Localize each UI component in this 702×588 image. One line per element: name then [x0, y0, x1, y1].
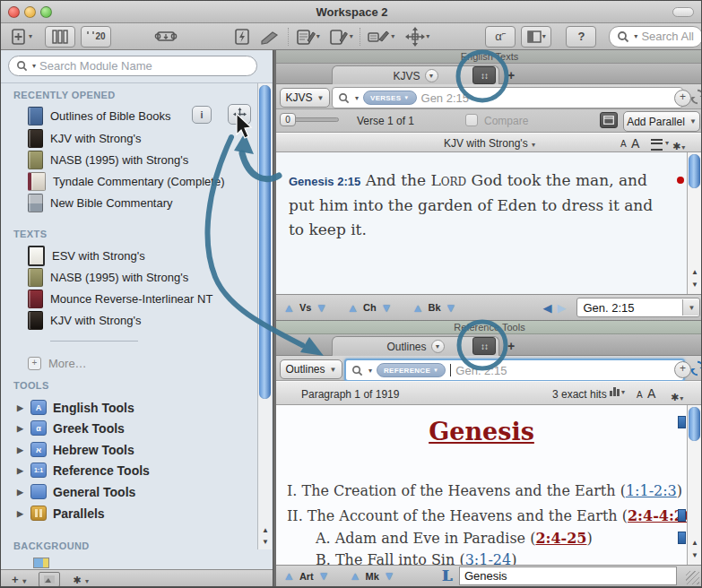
- detach-pane-button[interactable]: [600, 112, 618, 128]
- sidebar-item-greek-tools[interactable]: ▶ α Greek Tools: [1, 418, 256, 438]
- scroll-button[interactable]: [154, 27, 178, 47]
- sidebar-item-general-tools[interactable]: ▶ General Tools: [1, 481, 256, 502]
- add-search-button[interactable]: +: [674, 90, 691, 107]
- new-document-button[interactable]: ▾: [10, 27, 32, 47]
- history-forward-button[interactable]: ▶: [557, 301, 566, 315]
- amplify-button[interactable]: [228, 104, 251, 125]
- verse-text[interactable]: Genesis 2:15 And the Lord God took the m…: [289, 169, 672, 242]
- sidebar-item-kjv-texts[interactable]: KJV with Strong's: [1, 309, 256, 331]
- decrease-font-button[interactable]: A: [637, 390, 643, 400]
- recycle-icon[interactable]: [690, 89, 702, 105]
- tie-panes-icon[interactable]: ↕↕: [472, 66, 496, 84]
- scroll-down-arrow[interactable]: ▼: [689, 550, 700, 561]
- scroll-up-arrow[interactable]: ▲: [689, 538, 700, 549]
- compare-checkbox[interactable]: [465, 114, 478, 126]
- top-search-field[interactable]: ▾ VERSES▼ Gen 2:15: [332, 87, 683, 108]
- add-search-button[interactable]: +: [674, 361, 691, 378]
- outline-title[interactable]: Genesis: [276, 418, 687, 445]
- edit-document-button[interactable]: ▾: [329, 27, 353, 47]
- background-item-icon[interactable]: [33, 558, 49, 568]
- info-button[interactable]: i: [192, 106, 212, 124]
- new-tab-button[interactable]: +: [507, 339, 515, 353]
- instant-details-button[interactable]: [233, 27, 251, 47]
- reference-link[interactable]: 1:1-2:3: [626, 482, 677, 499]
- scroll-up-arrow[interactable]: ▲: [260, 525, 271, 536]
- sidebar-item-esv[interactable]: ESV with Strong's: [1, 245, 256, 266]
- sidebar-item-mounce[interactable]: Mounce Reverse-Interlinear NT: [1, 288, 256, 309]
- help-button[interactable]: ?: [566, 26, 596, 48]
- title-bar[interactable]: Workspace 2: [1, 1, 702, 23]
- verse-down-button[interactable]: ▼: [316, 301, 327, 315]
- tab-dropdown-icon[interactable]: ▼: [431, 340, 445, 353]
- top-scrollbar-thumb[interactable]: [689, 154, 700, 188]
- scroll-up-arrow[interactable]: ▲: [689, 267, 700, 278]
- bottom-scrollbar-thumb[interactable]: [689, 407, 700, 441]
- verse-reference[interactable]: Genesis 2:15: [289, 175, 360, 188]
- bookmark-icon[interactable]: [678, 509, 686, 522]
- hits-graph-button[interactable]: ▾: [610, 387, 625, 396]
- disclosure-triangle-icon[interactable]: ▶: [17, 445, 24, 454]
- sidebar-scrollbar[interactable]: ▲ ▼: [257, 83, 272, 549]
- bookmark-icon[interactable]: [678, 416, 686, 428]
- user-notes-button[interactable]: ▾: [296, 27, 320, 47]
- pane-settings-button[interactable]: ✱▾: [671, 388, 683, 404]
- sidebar-item-kjv-strongs[interactable]: KJV with Strong's: [1, 127, 256, 149]
- disclosure-triangle-icon[interactable]: ▶: [17, 488, 24, 497]
- decrease-font-button[interactable]: A: [620, 139, 627, 149]
- sidebar-scrollbar-thumb[interactable]: [259, 85, 271, 399]
- search-all-field[interactable]: ▾ Search All: [609, 26, 702, 48]
- arrange-panes-button[interactable]: ▾: [521, 26, 551, 48]
- verse-slider-handle[interactable]: 0: [280, 113, 296, 126]
- search-scope-pill[interactable]: REFERENCE▼: [377, 363, 446, 377]
- chapter-up-button[interactable]: ▲: [347, 301, 359, 315]
- sidebar-item-nasb-texts[interactable]: NASB (1995) with Strong's: [1, 266, 256, 288]
- add-parallel-button[interactable]: Add Parallel▼: [623, 111, 700, 132]
- toolbar-toggle-button[interactable]: [672, 7, 694, 17]
- increase-font-button[interactable]: A: [647, 386, 655, 401]
- disclosure-triangle-icon[interactable]: ▶: [17, 509, 24, 518]
- increase-font-button[interactable]: A: [631, 136, 639, 151]
- sidebar-settings-button[interactable]: ✱ ▾: [73, 573, 89, 586]
- sidebar-item-tyndale[interactable]: Tyndale Commentary (Complete): [1, 170, 256, 192]
- history-back-button[interactable]: ◀: [542, 301, 551, 315]
- disclosure-triangle-icon[interactable]: ▶: [17, 403, 24, 412]
- new-tab-button[interactable]: +: [507, 68, 515, 82]
- sidebar-item-hebrew-tools[interactable]: ▶ א Hebrew Tools: [1, 439, 256, 460]
- background-image-button[interactable]: [39, 572, 60, 587]
- sidebar-item-reference-tools[interactable]: ▶ 1:1 Reference Tools: [1, 460, 256, 480]
- top-module-button[interactable]: KJVS▼: [280, 88, 330, 108]
- sidebar-item-outlines[interactable]: Outlines of Bible Books: [1, 105, 256, 126]
- book-up-button[interactable]: ▲: [412, 301, 424, 315]
- book-down-button[interactable]: ▼: [446, 301, 457, 315]
- daily-reading-button[interactable]: 20: [81, 26, 111, 48]
- article-down-button[interactable]: ▼: [318, 569, 330, 583]
- bottom-scrollbar[interactable]: ▲ ▼: [687, 405, 702, 565]
- sidebar-item-nasb[interactable]: NASB (1995) with Strong's: [1, 149, 256, 170]
- disclosure-triangle-icon[interactable]: ▶: [17, 466, 24, 475]
- scroll-down-arrow[interactable]: ▼: [689, 280, 700, 290]
- bottom-module-button[interactable]: Outlines▼: [280, 359, 342, 379]
- amplify-toolbar-button[interactable]: ▾: [405, 27, 429, 47]
- bookmark-icon[interactable]: [678, 532, 686, 544]
- lookup-field[interactable]: Genesis: [459, 566, 677, 585]
- sidebar-item-more[interactable]: + More…: [1, 352, 256, 374]
- mark-down-button[interactable]: ▼: [384, 569, 395, 583]
- sidebar-item-parallels[interactable]: ▶ Parallels: [1, 503, 256, 523]
- library-button[interactable]: [45, 26, 75, 48]
- verse-up-button[interactable]: ▲: [283, 301, 295, 315]
- recycle-icon-active[interactable]: [690, 360, 702, 376]
- bottom-search-field[interactable]: ▾ REFERENCE▼ Gen. 2:15: [344, 359, 685, 382]
- goto-reference-combo[interactable]: Gen. 2:15 ▼: [576, 298, 700, 317]
- sidebar-item-new-bible-commentary[interactable]: New Bible Commentary: [1, 192, 256, 213]
- add-item-button[interactable]: + ▾: [12, 573, 26, 586]
- reference-hit[interactable]: 2:4-25: [535, 530, 586, 547]
- combo-dropdown-icon[interactable]: ▼: [682, 299, 699, 316]
- disclosure-triangle-icon[interactable]: ▶: [17, 424, 24, 433]
- search-scope-pill[interactable]: VERSES▼: [363, 91, 417, 105]
- article-up-button[interactable]: ▲: [283, 569, 295, 583]
- chapter-down-button[interactable]: ▼: [381, 301, 393, 315]
- display-settings-button[interactable]: ▾: [651, 139, 669, 151]
- mark-up-button[interactable]: ▲: [350, 569, 361, 583]
- scroll-down-arrow[interactable]: ▼: [260, 537, 271, 548]
- module-search-field[interactable]: ▾ Search Module Name: [8, 56, 257, 76]
